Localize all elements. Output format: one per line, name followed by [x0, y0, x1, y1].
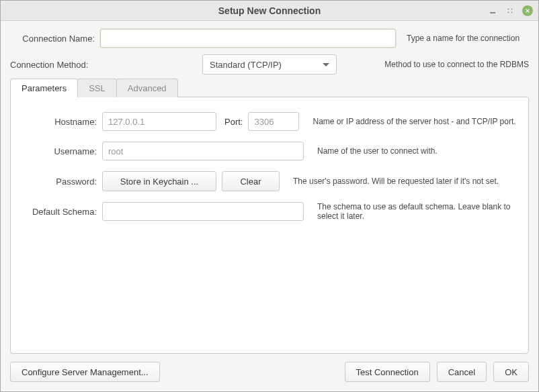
chevron-down-icon — [323, 63, 329, 66]
connection-method-select[interactable]: Standard (TCP/IP) — [202, 54, 337, 75]
port-input[interactable] — [248, 112, 299, 131]
tab-advanced-label: Advanced — [128, 83, 167, 93]
connection-name-label: Connection Name: — [10, 34, 95, 44]
minimize-icon — [489, 7, 496, 14]
clear-password-button[interactable]: Clear — [222, 171, 280, 191]
connection-method-selected: Standard (TCP/IP) — [210, 60, 282, 70]
connection-name-row: Connection Name: Type a name for the con… — [10, 29, 529, 48]
footer: Configure Server Management... Test Conn… — [10, 362, 529, 382]
tab-advanced[interactable]: Advanced — [116, 79, 178, 97]
titlebar-controls — [487, 1, 533, 21]
test-connection-button[interactable]: Test Connection — [345, 362, 430, 382]
configure-server-management-button[interactable]: Configure Server Management... — [10, 362, 160, 382]
ok-button[interactable]: OK — [493, 362, 529, 382]
username-help: Name of the user to connect with. — [317, 146, 516, 156]
footer-right: Test Connection Cancel OK — [345, 362, 530, 382]
minimize-button[interactable] — [487, 5, 498, 16]
window: Setup New Connection Connection Name: Ty… — [0, 0, 539, 392]
username-input[interactable] — [102, 142, 304, 160]
window-title: Setup New Connection — [218, 5, 321, 16]
username-row: Username: Name of the user to connect wi… — [23, 142, 516, 160]
hostname-input[interactable] — [102, 112, 216, 131]
tab-body-parameters: Hostname: Port: Name or IP address of th… — [10, 97, 529, 354]
store-in-keychain-button[interactable]: Store in Keychain ... — [102, 171, 216, 191]
svg-point-1 — [508, 9, 509, 10]
connection-name-help: Type a name for the connection — [407, 34, 520, 43]
maximize-icon — [507, 7, 513, 14]
tab-ssl[interactable]: SSL — [77, 79, 117, 97]
password-label: Password: — [23, 177, 97, 187]
svg-point-4 — [511, 12, 513, 13]
connection-name-input[interactable] — [100, 29, 396, 48]
tab-parameters-label: Parameters — [22, 83, 67, 93]
tab-parameters[interactable]: Parameters — [10, 79, 78, 97]
titlebar: Setup New Connection — [1, 1, 538, 21]
close-button[interactable] — [522, 5, 533, 16]
hostname-help: Name or IP address of the server host - … — [313, 117, 516, 126]
svg-point-3 — [508, 12, 509, 13]
password-help: The user's password. Will be requested l… — [293, 177, 516, 186]
maximize-button[interactable] — [505, 5, 515, 16]
default-schema-input[interactable] — [102, 202, 304, 221]
default-schema-label: Default Schema: — [23, 207, 97, 217]
svg-point-2 — [511, 9, 513, 10]
password-row: Password: Store in Keychain ... Clear Th… — [23, 171, 516, 191]
connection-method-row: Connection Method: Standard (TCP/IP) Met… — [10, 54, 529, 75]
tab-ssl-label: SSL — [89, 83, 106, 93]
default-schema-help: The schema to use as default schema. Lea… — [317, 202, 516, 221]
dialog-body: Connection Name: Type a name for the con… — [1, 21, 538, 391]
hostname-label: Hostname: — [23, 117, 97, 127]
connection-method-label: Connection Method: — [10, 60, 95, 70]
close-icon — [525, 8, 530, 13]
port-label: Port: — [224, 117, 243, 127]
default-schema-row: Default Schema: The schema to use as def… — [23, 202, 516, 221]
username-label: Username: — [23, 146, 97, 156]
tabs: Parameters SSL Advanced — [10, 79, 529, 97]
cancel-button[interactable]: Cancel — [437, 362, 487, 382]
connection-method-help: Method to use to connect to the RDBMS — [384, 60, 529, 69]
hostname-row: Hostname: Port: Name or IP address of th… — [23, 112, 516, 131]
